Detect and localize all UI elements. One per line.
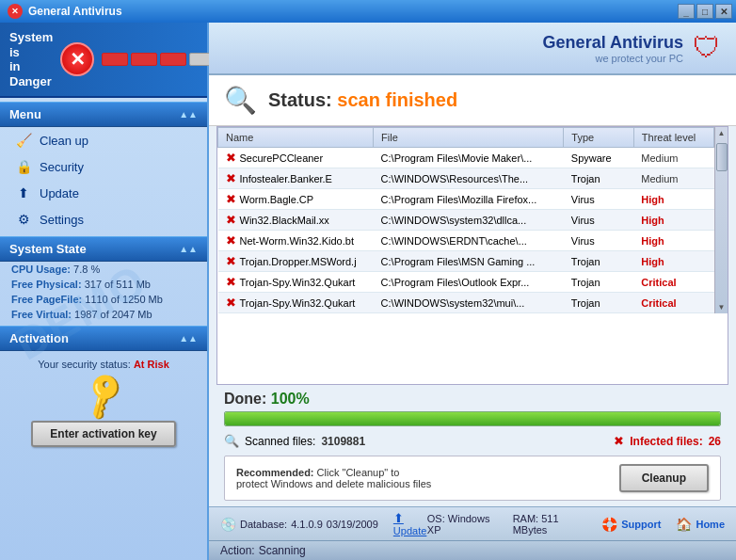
cell-threat: High bbox=[633, 210, 713, 231]
stat-label: Free PageFile: bbox=[11, 294, 82, 305]
search-icon-small: 🔍 bbox=[224, 434, 239, 448]
status-value: scan finished bbox=[337, 89, 457, 110]
database-info: 💿 Database: 4.1.0.9 03/19/2009 bbox=[220, 517, 378, 532]
bottom-right: OS: Windows XP RAM: 511 MBytes 🛟 Support… bbox=[427, 513, 725, 536]
cell-threat: Medium bbox=[633, 168, 713, 189]
collapse-icon-2[interactable]: ▲▲ bbox=[179, 244, 198, 254]
cell-type: Virus bbox=[564, 231, 634, 251]
row-error-icon: ✖ bbox=[226, 151, 236, 165]
cleanup-button[interactable]: Cleanup bbox=[619, 464, 709, 492]
security-icon: 🔒 bbox=[15, 158, 32, 175]
sidebar-item-update[interactable]: ⬆ Update bbox=[0, 180, 207, 206]
done-label: Done: 100% bbox=[224, 391, 721, 408]
scanned-value: 3109881 bbox=[321, 435, 365, 448]
infected-col: ✖ Infected files: 26 bbox=[614, 434, 721, 448]
col-header-type: Type bbox=[564, 128, 634, 148]
stat-value: 317 of 511 Mb bbox=[85, 279, 151, 290]
scroll-down-button[interactable]: ▼ bbox=[716, 301, 728, 313]
cell-file: C:\Program Files\Outlook Expr... bbox=[374, 272, 564, 293]
db-version: 4.1.0.9 bbox=[291, 519, 323, 530]
logo-shield-icon: 🛡 bbox=[693, 32, 721, 64]
search-icon: 🔍 bbox=[224, 85, 257, 116]
danger-bar-2 bbox=[131, 53, 157, 66]
logo-area: General Antivirus we protect your PC 🛡 bbox=[209, 23, 736, 75]
danger-text: System is in Danger bbox=[9, 30, 53, 88]
logo-text: General Antivirus we protect your PC bbox=[543, 33, 683, 64]
cell-type: Trojan bbox=[564, 251, 634, 272]
support-icon: 🛟 bbox=[601, 517, 617, 532]
table-row: ✖Worm.Bagle.CP C:\Program Files\Mozilla … bbox=[218, 189, 714, 210]
stat-label: CPU Usage: bbox=[11, 264, 71, 275]
col-header-file: File bbox=[374, 128, 564, 148]
maximize-button[interactable]: □ bbox=[696, 4, 713, 19]
recommend-text: Recommended: Click "Cleanup" toprotect W… bbox=[236, 467, 431, 489]
table-body: ✖SecurePCCleaner C:\Program Files\Movie … bbox=[218, 148, 714, 313]
content-wrapper: General Antivirus we protect your PC 🛡 🔍… bbox=[209, 23, 736, 560]
scroll-up-button[interactable]: ▲ bbox=[716, 127, 728, 139]
activation-header: Activation ▲▲ bbox=[0, 326, 207, 351]
danger-bar-3 bbox=[160, 53, 186, 66]
activate-button[interactable]: Enter activation key bbox=[31, 421, 175, 447]
os-info: OS: Windows XP bbox=[427, 513, 498, 536]
row-error-icon: ✖ bbox=[226, 296, 236, 310]
stat-item: CPU Usage: 7.8 % bbox=[0, 262, 207, 277]
done-value: 100% bbox=[271, 391, 310, 407]
collapse-icon[interactable]: ▲▲ bbox=[179, 109, 198, 120]
row-error-icon: ✖ bbox=[226, 171, 236, 185]
sidebar-item-cleanup[interactable]: 🧹 Clean up bbox=[0, 127, 207, 153]
danger-banner: System is in Danger ✕ bbox=[0, 23, 207, 98]
minimize-button[interactable]: _ bbox=[678, 4, 695, 19]
cell-name: ✖Trojan-Spy.Win32.Qukart bbox=[218, 272, 374, 293]
scrollbar-right[interactable]: ▲ ▼ bbox=[714, 127, 728, 313]
sidebar-item-security[interactable]: 🔒 Security bbox=[0, 153, 207, 180]
error-icon: ✖ bbox=[614, 434, 624, 448]
progress-bar-inner bbox=[225, 412, 720, 425]
menu-header: Menu ▲▲ bbox=[0, 102, 207, 127]
action-label: Action: bbox=[220, 544, 255, 557]
close-button[interactable]: ✕ bbox=[715, 4, 732, 19]
cell-type: Spyware bbox=[564, 148, 634, 168]
security-status-row: Your security status: At Risk bbox=[38, 359, 169, 370]
support-link[interactable]: 🛟 Support bbox=[601, 517, 661, 532]
cell-name: ✖Win32.BlackMail.xx bbox=[218, 210, 374, 231]
stats-container: CPU Usage: 7.8 %Free Physical: 317 of 51… bbox=[0, 262, 207, 322]
home-link[interactable]: 🏠 Home bbox=[676, 517, 725, 532]
stat-value: 1987 of 2047 Mb bbox=[74, 309, 152, 320]
collapse-icon-3[interactable]: ▲▲ bbox=[179, 333, 198, 344]
cell-file: C:\Program Files\MSN Gaming ... bbox=[374, 251, 564, 272]
logo-name: General Antivirus bbox=[543, 33, 683, 53]
stat-value: 1110 of 1250 Mb bbox=[85, 294, 163, 305]
db-date: 03/19/2009 bbox=[327, 519, 378, 530]
db-label: Database: bbox=[240, 519, 287, 530]
cell-type: Virus bbox=[564, 210, 634, 231]
cell-threat: Medium bbox=[633, 148, 713, 168]
stats-row: 🔍 Scanned files: 3109881 ✖ Infected file… bbox=[209, 430, 736, 452]
row-error-icon: ✖ bbox=[226, 213, 236, 227]
update-link[interactable]: ⬆ Update bbox=[393, 511, 427, 536]
infected-label: Infected files: bbox=[630, 435, 702, 448]
stat-label: Free Physical: bbox=[11, 279, 82, 290]
done-section: Done: 100% bbox=[209, 385, 736, 430]
col-header-threat: Threat level bbox=[633, 128, 713, 148]
title-bar: General Antivirus _ □ ✕ bbox=[0, 0, 736, 23]
cell-type: Trojan bbox=[564, 293, 634, 313]
scanned-col: 🔍 Scanned files: 3109881 bbox=[224, 434, 365, 448]
cell-threat: Critical bbox=[633, 272, 713, 293]
stat-item: Free Physical: 317 of 511 Mb bbox=[0, 277, 207, 292]
stat-item: Free PageFile: 1110 of 1250 Mb bbox=[0, 292, 207, 307]
scroll-thumb[interactable] bbox=[716, 143, 728, 171]
table-row: ✖Trojan.Dropper.MSWord.j C:\Program File… bbox=[218, 251, 714, 272]
stat-item: Free Virtual: 1987 of 2047 Mb bbox=[0, 307, 207, 322]
at-risk-label: At Risk bbox=[134, 359, 169, 370]
cell-type: Virus bbox=[564, 189, 634, 210]
cell-type: Trojan bbox=[564, 272, 634, 293]
stat-value: 7.8 % bbox=[73, 264, 100, 275]
table-row: ✖Net-Worm.Win32.Kido.bt C:\WINDOWS\ERDNT… bbox=[218, 231, 714, 251]
cell-name: ✖Trojan-Spy.Win32.Qukart bbox=[218, 293, 374, 313]
scan-results-table: Name File Type Threat level ✖SecurePCCle… bbox=[216, 126, 728, 385]
window-controls[interactable]: _ □ ✕ bbox=[678, 4, 732, 19]
cell-file: C:\WINDOWS\system32\dllca... bbox=[374, 210, 564, 231]
progress-bar-outer bbox=[224, 411, 721, 426]
key-icon: 🔑 bbox=[75, 368, 132, 424]
sidebar-item-settings[interactable]: ⚙ Settings bbox=[0, 206, 207, 232]
